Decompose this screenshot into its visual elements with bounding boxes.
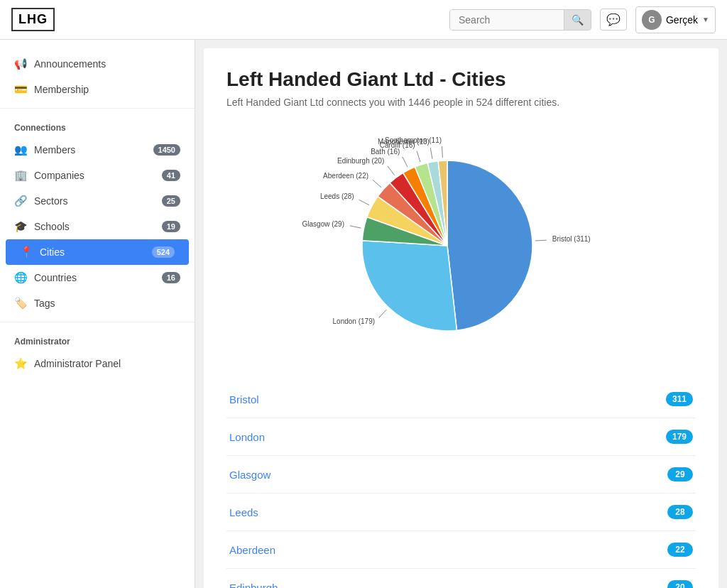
pie-label-southampton: Southampton (11)	[385, 136, 442, 144]
avatar: G	[642, 10, 662, 30]
connections-label: Connections	[0, 114, 195, 137]
pie-label-aberdeen: Aberdeen (22)	[323, 172, 368, 180]
admin-panel-icon: ⭐	[14, 357, 27, 370]
city-count: 311	[666, 392, 693, 406]
pie-chart: Bristol (311)London (179)Glasgow (29)Lee…	[291, 139, 632, 352]
cities-badge: 524	[152, 246, 175, 258]
sidebar-divider	[0, 108, 195, 109]
companies-badge: 41	[162, 170, 180, 181]
administrator-label: Administrator	[0, 328, 195, 351]
countries-badge: 16	[162, 272, 180, 283]
svg-line-9	[442, 146, 442, 158]
main-content: Left Handed Giant Ltd - Cities Left Hand…	[195, 40, 727, 588]
sidebar-item-members[interactable]: 👥Members1450	[0, 137, 195, 163]
svg-line-1	[378, 310, 386, 318]
svg-line-5	[388, 166, 395, 175]
city-count: 179	[666, 430, 693, 444]
sidebar-admin: ⭐Administrator Panel	[0, 351, 195, 376]
pie-segment-bristol	[447, 160, 532, 330]
city-row[interactable]: Edinburgh20	[226, 569, 696, 588]
city-row[interactable]: Aberdeen22	[226, 531, 696, 569]
sidebar-item-announcements[interactable]: 📢Announcements	[0, 51, 195, 77]
sidebar-item-companies[interactable]: 🏢Companies41	[0, 163, 195, 188]
sidebar-item-tags[interactable]: 🏷️Tags	[0, 290, 195, 316]
user-menu[interactable]: G Gerçek ▼	[635, 6, 716, 33]
pie-segment-london	[362, 241, 457, 331]
countries-icon: 🌐	[14, 271, 27, 284]
pie-label-leeds: Leeds (28)	[319, 192, 354, 200]
sidebar-item-schools[interactable]: 🎓Schools19	[0, 214, 195, 239]
pie-label-bristol: Bristol (311)	[552, 235, 590, 243]
tags-icon: 🏷️	[14, 297, 27, 310]
pie-label-edinburgh: Edinburgh (20)	[337, 157, 384, 165]
members-icon: 👥	[14, 143, 27, 156]
city-row[interactable]: Leeds28	[226, 494, 696, 531]
svg-line-6	[402, 157, 407, 167]
main-layout: 📢Announcements💳Membership Connections 👥M…	[0, 40, 727, 588]
city-count: 29	[667, 467, 693, 481]
city-row[interactable]: Bristol311	[226, 381, 696, 418]
page-title: Left Handed Giant Ltd - Cities	[226, 68, 696, 91]
city-name[interactable]: London	[229, 431, 265, 443]
svg-line-3	[359, 200, 368, 205]
schools-icon: 🎓	[14, 220, 27, 233]
user-name: Gerçek	[666, 14, 698, 26]
svg-line-8	[430, 148, 432, 159]
city-name[interactable]: Aberdeen	[229, 544, 275, 556]
search-input[interactable]	[450, 10, 564, 30]
pie-label-glasgow: Glasgow (29)	[302, 220, 344, 228]
schools-badge: 19	[162, 221, 180, 232]
city-name[interactable]: Bristol	[229, 393, 259, 405]
content-inner: Left Handed Giant Ltd - Cities Left Hand…	[204, 48, 718, 588]
city-row[interactable]: London179	[226, 418, 696, 456]
search-button[interactable]: 🔍	[564, 10, 591, 30]
sidebar-item-cities[interactable]: 📍Cities524	[6, 239, 189, 265]
messages-button[interactable]: 💬	[600, 9, 627, 31]
sidebar-item-membership[interactable]: 💳Membership	[0, 77, 195, 102]
svg-line-4	[373, 180, 381, 187]
page-subtitle: Left Handed Giant Ltd connects you with …	[226, 97, 696, 108]
sidebar-top-items: 📢Announcements💳Membership	[0, 51, 195, 102]
sectors-badge: 25	[162, 195, 180, 207]
city-count: 22	[667, 543, 693, 557]
pie-label-london: London (179)	[332, 317, 375, 325]
city-name[interactable]: Edinburgh	[229, 582, 278, 589]
chevron-down-icon: ▼	[702, 16, 709, 23]
sectors-icon: 🔗	[14, 195, 27, 207]
logo[interactable]: LHG	[11, 8, 55, 31]
svg-line-0	[535, 240, 546, 241]
top-navigation: LHG 🔍 💬 G Gerçek ▼	[0, 0, 727, 40]
sidebar-item-countries[interactable]: 🌐Countries16	[0, 265, 195, 290]
cities-icon: 📍	[20, 246, 33, 258]
city-count: 20	[667, 580, 693, 588]
announcements-icon: 📢	[14, 58, 27, 70]
membership-icon: 💳	[14, 83, 27, 96]
sidebar-connections: 👥Members1450🏢Companies41🔗Sectors25🎓Schoo…	[0, 137, 195, 316]
svg-line-2	[349, 226, 361, 228]
city-row[interactable]: Glasgow29	[226, 456, 696, 494]
members-badge: 1450	[153, 144, 180, 156]
sidebar-item-sectors[interactable]: 🔗Sectors25	[0, 188, 195, 214]
sidebar: 📢Announcements💳Membership Connections 👥M…	[0, 40, 195, 588]
city-list: Bristol311London179Glasgow29Leeds28Aberd…	[226, 381, 696, 588]
city-name[interactable]: Glasgow	[229, 469, 270, 481]
city-name[interactable]: Leeds	[229, 506, 258, 518]
companies-icon: 🏢	[14, 169, 27, 182]
city-count: 28	[667, 505, 693, 519]
chart-container: Bristol (311)London (179)Glasgow (29)Lee…	[226, 125, 696, 375]
sidebar-divider-2	[0, 322, 195, 322]
sidebar-item-admin-panel[interactable]: ⭐Administrator Panel	[0, 351, 195, 376]
search-bar: 🔍	[449, 9, 591, 31]
svg-line-7	[417, 151, 420, 162]
